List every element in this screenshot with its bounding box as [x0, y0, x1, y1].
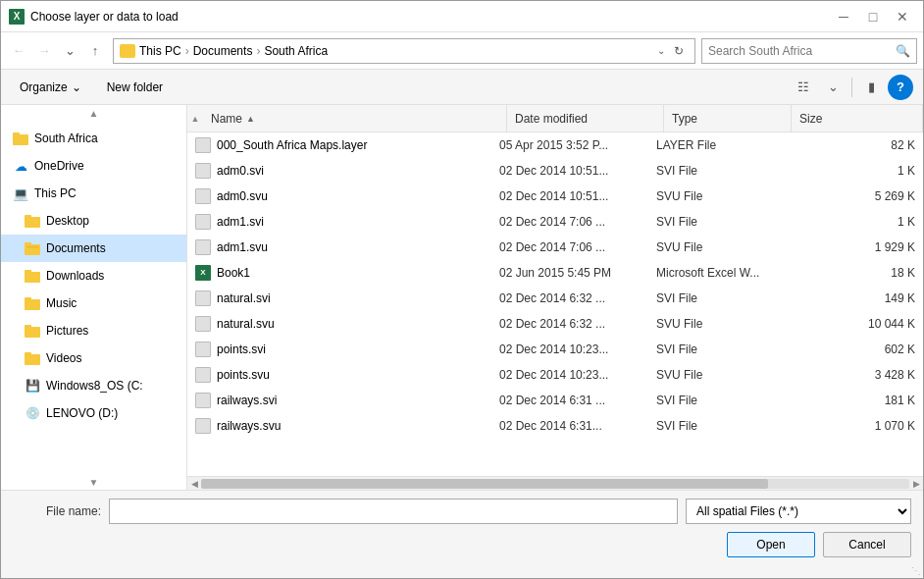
file-name: adm1.svu [217, 240, 268, 254]
file-cell-name: adm1.svu [187, 235, 491, 259]
sidebar-item-desktop[interactable]: Desktop [1, 207, 186, 235]
sidebar-item-music[interactable]: Music [1, 290, 186, 317]
folder-icon-documents [25, 240, 40, 256]
h-scroll-right-button[interactable]: ▶ [909, 477, 923, 491]
file-cell-date: 02 Dec 2014 6:32 ... [491, 311, 648, 336]
cancel-button[interactable]: Cancel [823, 532, 911, 557]
file-cell-size: 149 K [776, 286, 923, 310]
sidebar-scroll-up[interactable]: ▲ [1, 105, 186, 121]
new-folder-label: New folder [107, 80, 163, 94]
minimize-button[interactable]: ─ [831, 7, 856, 26]
search-bar: 🔍 [701, 38, 917, 64]
file-cell-date: 02 Dec 2014 10:23... [491, 362, 648, 387]
col-header-size[interactable]: Size [792, 105, 923, 132]
forward-button[interactable]: → [32, 39, 56, 63]
sidebar-item-onedrive[interactable]: ☁ OneDrive [1, 152, 186, 180]
table-row[interactable]: 000_South Africa Maps.layer 05 Apr 2015 … [187, 132, 923, 158]
sidebar-label-windows-os: Windows8_OS (C: [46, 379, 143, 393]
breadcrumb-this-pc[interactable]: This PC [139, 44, 181, 58]
file-name: adm0.svi [217, 164, 264, 178]
file-name: adm1.svi [217, 215, 264, 229]
table-row[interactable]: adm0.svu 02 Dec 2014 10:51... SVU File 5… [187, 184, 923, 209]
onedrive-icon: ☁ [13, 158, 28, 174]
sidebar-item-documents[interactable]: Documents [1, 235, 186, 262]
file-cell-name: adm0.svu [187, 184, 491, 208]
folder-icon-downloads [25, 268, 40, 284]
view-preview-button[interactable]: ▮ [858, 75, 884, 100]
file-cell-size: 1 K [776, 209, 923, 234]
table-row[interactable]: adm1.svi 02 Dec 2014 7:06 ... SVI File 1… [187, 209, 923, 235]
address-refresh-button[interactable]: ↻ [669, 41, 689, 61]
table-row[interactable]: points.svu 02 Dec 2014 10:23... SVU File… [187, 362, 923, 388]
back-button[interactable]: ← [7, 39, 30, 63]
file-cell-size: 1 K [776, 158, 923, 183]
file-icon [195, 418, 211, 434]
file-icon [195, 163, 211, 179]
file-cell-name: railways.svi [187, 388, 491, 412]
title-bar: X Choose layer or data to load ─ □ ✕ [1, 1, 923, 32]
file-icon [195, 290, 211, 306]
file-cell-size: 18 K [776, 260, 923, 285]
up-button[interactable]: ↑ [83, 39, 107, 63]
resize-handle[interactable]: ⋱ [1, 565, 923, 578]
sidebar-item-videos[interactable]: Videos [1, 344, 186, 372]
breadcrumb-south-africa[interactable]: South Africa [264, 44, 328, 58]
folder-icon-pictures [25, 323, 40, 339]
filename-input[interactable] [109, 499, 678, 524]
sidebar-item-south-africa[interactable]: South Africa [1, 125, 186, 152]
breadcrumb-documents[interactable]: Documents [193, 44, 253, 58]
sidebar-scroll-down[interactable]: ▼ [1, 474, 186, 490]
view-grid-button[interactable]: ☷ [791, 75, 816, 100]
view-dropdown-button[interactable]: ⌄ [820, 75, 846, 100]
table-row[interactable]: natural.svi 02 Dec 2014 6:32 ... SVI Fil… [187, 286, 923, 311]
table-row[interactable]: natural.svu 02 Dec 2014 6:32 ... SVU Fil… [187, 311, 923, 337]
sidebar-item-this-pc[interactable]: 💻 This PC [1, 180, 186, 207]
file-name: Book1 [217, 266, 250, 280]
col-header-date[interactable]: Date modified [507, 105, 664, 132]
h-scroll-left-button[interactable]: ◀ [187, 477, 201, 491]
up-dropdown-button[interactable]: ⌄ [58, 39, 81, 63]
filetype-select[interactable]: All spatial Files (*.*) [686, 499, 911, 524]
file-cell-type: SVI File [648, 388, 776, 412]
sidebar-label-south-africa: South Africa [34, 132, 98, 145]
file-icon [195, 367, 211, 383]
excel-icon: X [195, 265, 211, 281]
sidebar-item-downloads[interactable]: Downloads [1, 262, 186, 290]
open-button[interactable]: Open [727, 532, 815, 557]
horizontal-scrollbar: ◀ ▶ [187, 476, 923, 490]
sort-indicator[interactable]: ▲ [187, 114, 203, 124]
search-icon: 🔍 [896, 44, 910, 58]
table-row[interactable]: adm1.svu 02 Dec 2014 7:06 ... SVU File 1… [187, 235, 923, 260]
close-button[interactable]: ✕ [890, 7, 915, 26]
main-window: X Choose layer or data to load ─ □ ✕ ← →… [0, 0, 924, 579]
table-row[interactable]: points.svi 02 Dec 2014 10:23... SVI File… [187, 337, 923, 362]
file-cell-date: 02 Dec 2014 10:51... [491, 184, 648, 208]
app-icon: X [9, 9, 25, 25]
file-cell-type: SVI File [648, 337, 776, 361]
address-dropdown-button[interactable]: ⌄ [653, 43, 669, 59]
sidebar-label-this-pc: This PC [34, 186, 77, 200]
sidebar-item-windows-os[interactable]: 💾 Windows8_OS (C: [1, 372, 186, 399]
organize-button[interactable]: Organize ⌄ [11, 75, 90, 100]
sidebar-item-lenovo-d[interactable]: 💿 LENOVO (D:) [1, 399, 186, 427]
file-cell-date: 02 Dec 2014 6:31... [491, 413, 648, 438]
new-folder-button[interactable]: New folder [98, 75, 172, 100]
h-scroll-thumb[interactable] [201, 479, 768, 489]
col-header-name[interactable]: Name ▲ [203, 105, 507, 132]
maximize-button[interactable]: □ [860, 7, 886, 26]
table-row[interactable]: adm0.svi 02 Dec 2014 10:51... SVI File 1… [187, 158, 923, 184]
help-button[interactable]: ? [888, 75, 913, 100]
file-cell-size: 82 K [776, 132, 923, 157]
address-bar[interactable]: This PC › Documents › South Africa ⌄ ↻ [113, 38, 695, 64]
sidebar-item-pictures[interactable]: Pictures [1, 317, 186, 344]
svg-rect-1 [13, 132, 20, 136]
file-cell-date: 02 Dec 2014 10:51... [491, 158, 648, 183]
table-row[interactable]: X Book1 02 Jun 2015 5:45 PM Microsoft Ex… [187, 260, 923, 286]
file-icon [195, 214, 211, 230]
search-input[interactable] [708, 44, 892, 58]
table-row[interactable]: railways.svi 02 Dec 2014 6:31 ... SVI Fi… [187, 388, 923, 413]
file-icon [195, 239, 211, 255]
table-row[interactable]: railways.svu 02 Dec 2014 6:31... SVI Fil… [187, 413, 923, 439]
organize-label: Organize [20, 80, 68, 94]
col-header-type[interactable]: Type [664, 105, 792, 132]
